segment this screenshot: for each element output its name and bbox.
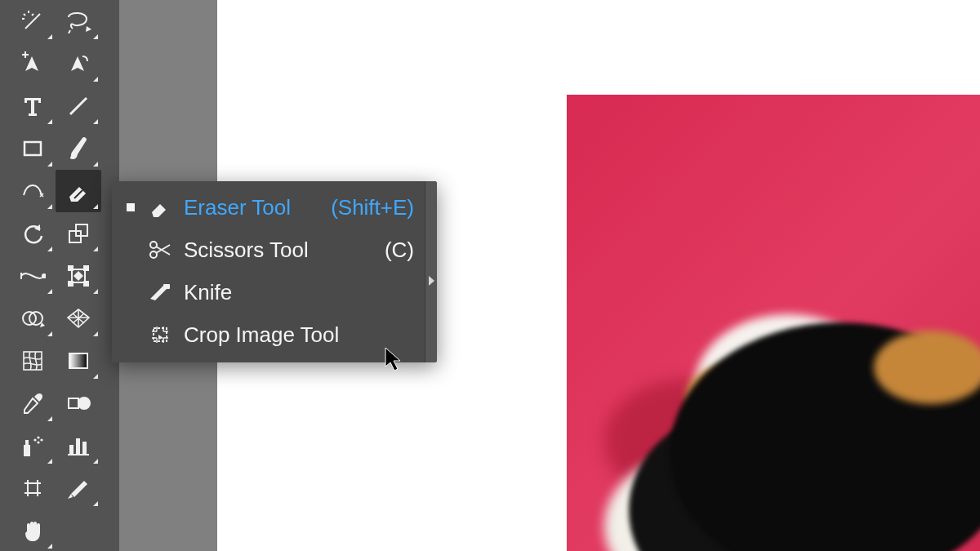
tool-hand[interactable] bbox=[10, 509, 56, 551]
svg-marker-0 bbox=[86, 26, 91, 32]
crop-icon bbox=[146, 324, 174, 345]
svg-marker-34 bbox=[158, 335, 163, 340]
tool-type[interactable] bbox=[10, 85, 56, 127]
shaper-icon bbox=[20, 179, 45, 203]
svg-point-24 bbox=[37, 441, 39, 443]
tool-gradient[interactable] bbox=[56, 340, 101, 382]
tool-eyedropper[interactable] bbox=[10, 382, 56, 424]
svg-point-22 bbox=[33, 438, 36, 441]
blend-icon bbox=[66, 392, 91, 415]
scale-icon bbox=[66, 221, 91, 246]
eraser-icon bbox=[66, 179, 91, 203]
tool-line-segment[interactable] bbox=[56, 85, 101, 127]
width-icon bbox=[20, 264, 46, 287]
tool-lasso[interactable] bbox=[56, 0, 101, 42]
tool-column-graph[interactable] bbox=[56, 424, 101, 467]
tool-curvature-pen[interactable] bbox=[56, 42, 101, 85]
svg-rect-29 bbox=[28, 483, 38, 493]
tool-empty bbox=[56, 509, 101, 551]
svg-rect-8 bbox=[69, 266, 73, 270]
tool-slice[interactable] bbox=[56, 467, 101, 509]
gradient-icon bbox=[67, 349, 90, 372]
rotate-icon bbox=[20, 221, 45, 246]
sprayer-icon bbox=[20, 433, 45, 458]
pen-plus-icon bbox=[20, 51, 45, 76]
tool-rectangle[interactable] bbox=[10, 127, 56, 170]
tool-width[interactable] bbox=[10, 255, 56, 297]
svg-rect-20 bbox=[24, 445, 30, 456]
tool-mesh[interactable] bbox=[10, 340, 56, 382]
svg-rect-2 bbox=[24, 142, 41, 155]
column-graph-icon bbox=[66, 433, 91, 458]
mesh-icon bbox=[21, 349, 44, 372]
flyout-item-scissors[interactable]: Scissors Tool (C) bbox=[112, 229, 437, 271]
flyout-item-knife[interactable]: Knife bbox=[112, 271, 437, 313]
tool-artboard[interactable] bbox=[10, 467, 56, 509]
svg-point-23 bbox=[37, 436, 39, 438]
tool-paintbrush[interactable] bbox=[56, 127, 101, 170]
svg-rect-18 bbox=[69, 398, 78, 408]
tool-scale[interactable] bbox=[56, 212, 101, 255]
slice-icon bbox=[66, 476, 91, 500]
image-fur bbox=[874, 331, 980, 404]
svg-rect-33 bbox=[154, 328, 167, 341]
magic-wand-icon bbox=[20, 9, 45, 33]
flyout-label: Knife bbox=[184, 280, 232, 305]
tool-shaper[interactable] bbox=[10, 170, 56, 212]
svg-point-25 bbox=[40, 438, 42, 441]
selected-indicator bbox=[127, 203, 135, 211]
flyout-label: Crop Image Tool bbox=[184, 322, 339, 348]
svg-point-6 bbox=[42, 274, 46, 278]
lasso-icon bbox=[65, 9, 91, 33]
eraser-tool-flyout: Eraser Tool (Shift+E) Scissors Tool (C) … bbox=[112, 181, 437, 362]
flyout-item-eraser[interactable]: Eraser Tool (Shift+E) bbox=[112, 186, 437, 229]
knife-icon bbox=[146, 282, 174, 302]
tool-perspective-grid[interactable] bbox=[56, 297, 101, 340]
line-icon bbox=[67, 95, 90, 118]
eraser-icon bbox=[146, 197, 174, 218]
eyedropper-icon bbox=[21, 392, 44, 415]
flyout-shortcut: (C) bbox=[385, 238, 414, 263]
type-icon bbox=[21, 95, 44, 118]
svg-rect-16 bbox=[24, 352, 42, 370]
hand-icon bbox=[20, 518, 45, 543]
svg-rect-9 bbox=[84, 266, 88, 270]
artboard-icon bbox=[21, 477, 44, 500]
scissors-icon bbox=[146, 240, 174, 260]
svg-rect-28 bbox=[82, 442, 87, 455]
svg-rect-17 bbox=[69, 353, 87, 368]
tool-free-transform[interactable] bbox=[56, 255, 101, 297]
tool-shape-builder[interactable] bbox=[10, 297, 56, 340]
tools-grid bbox=[0, 0, 119, 551]
tool-symbol-sprayer[interactable] bbox=[10, 424, 56, 467]
flyout-shortcut: (Shift+E) bbox=[331, 195, 414, 220]
svg-point-19 bbox=[78, 398, 90, 409]
tools-panel bbox=[0, 0, 119, 551]
svg-rect-11 bbox=[84, 282, 88, 286]
tool-rotate[interactable] bbox=[10, 212, 56, 255]
tool-eraser[interactable] bbox=[56, 170, 101, 212]
flyout-expand-arrow[interactable] bbox=[429, 276, 434, 286]
paintbrush-icon bbox=[66, 136, 91, 161]
shape-builder-icon bbox=[20, 306, 45, 331]
tool-add-anchor[interactable] bbox=[10, 42, 56, 85]
free-transform-icon bbox=[67, 264, 90, 287]
flyout-label: Scissors Tool bbox=[184, 238, 309, 263]
svg-rect-10 bbox=[69, 282, 73, 286]
svg-rect-26 bbox=[69, 445, 74, 455]
tool-magic-wand[interactable] bbox=[10, 0, 56, 42]
canvas-image[interactable] bbox=[567, 95, 980, 551]
curvature-pen-icon bbox=[66, 51, 91, 76]
svg-line-1 bbox=[70, 98, 87, 114]
svg-rect-21 bbox=[25, 440, 29, 445]
perspective-icon bbox=[66, 306, 91, 331]
rectangle-icon bbox=[21, 137, 44, 160]
svg-rect-27 bbox=[76, 438, 80, 455]
tool-blend[interactable] bbox=[56, 382, 101, 424]
svg-marker-12 bbox=[74, 271, 83, 281]
svg-rect-32 bbox=[163, 284, 170, 289]
flyout-label: Eraser Tool bbox=[184, 195, 291, 220]
